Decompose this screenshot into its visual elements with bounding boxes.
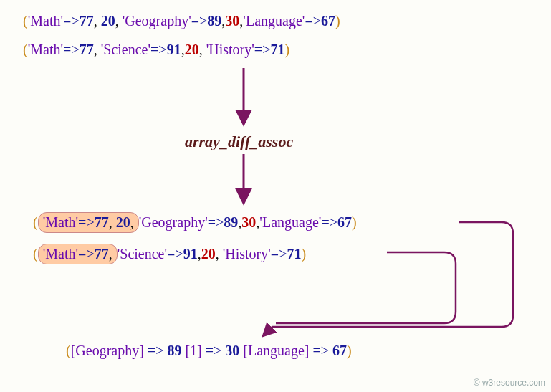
assoc-op: => bbox=[78, 214, 95, 230]
input-array-2: ('Math'=>77, 'Science'=>91,20, 'History'… bbox=[23, 42, 289, 58]
result-val-89: 89 bbox=[167, 343, 181, 358]
comma: , bbox=[115, 13, 123, 29]
connector-line-icon bbox=[264, 222, 513, 335]
input-array-1: ('Math'=>77, 20, 'Geography'=>89,30,'Lan… bbox=[23, 13, 340, 29]
key-math: 'Math' bbox=[43, 214, 78, 230]
assoc-op: => bbox=[150, 42, 167, 57]
paren-close: ) bbox=[347, 343, 352, 358]
comma: , bbox=[130, 214, 134, 230]
paren-close: ) bbox=[352, 214, 357, 230]
assoc-op: => bbox=[305, 13, 321, 29]
result-array: ([Geography] => 89 [1] => 30 [Language] … bbox=[66, 343, 352, 359]
paren-open: ( bbox=[66, 343, 71, 358]
assoc-op: => bbox=[309, 343, 332, 358]
comma: , bbox=[94, 42, 101, 57]
val-77: 77 bbox=[80, 13, 94, 29]
comma: , bbox=[109, 246, 112, 262]
val-67: 67 bbox=[337, 214, 352, 230]
val-91: 91 bbox=[183, 246, 198, 262]
flow-arrows bbox=[0, 0, 551, 392]
result-key-1: [1] bbox=[185, 343, 201, 358]
highlight-matched-1: 'Math'=>77, 20, bbox=[38, 212, 139, 233]
key-math: 'Math' bbox=[28, 13, 63, 29]
paren-open: ( bbox=[23, 13, 28, 29]
val-91: 91 bbox=[167, 42, 181, 57]
key-math: 'Math' bbox=[28, 42, 63, 57]
key-geography: 'Geography' bbox=[139, 214, 208, 230]
val-71: 71 bbox=[287, 246, 301, 262]
assoc-op: => bbox=[191, 13, 208, 29]
assoc-op: => bbox=[167, 246, 183, 262]
assoc-op: => bbox=[254, 42, 271, 57]
val-67: 67 bbox=[321, 13, 335, 29]
result-key-geography: [Geography] bbox=[71, 343, 144, 358]
highlight-matched-2: 'Math'=>77, bbox=[38, 244, 118, 264]
paren-open: ( bbox=[23, 42, 28, 57]
key-history: 'History' bbox=[206, 42, 254, 57]
key-history: 'History' bbox=[223, 246, 271, 262]
assoc-op: => bbox=[321, 214, 337, 230]
comma: , bbox=[109, 214, 116, 230]
val-20: 20 bbox=[185, 42, 199, 57]
step-array-1: ('Math'=>77, 20,'Geography'=>89,30,'Lang… bbox=[33, 212, 357, 233]
step-array-2: ('Math'=>77,'Science'=>91,20, 'History'=… bbox=[33, 244, 306, 264]
assoc-op: => bbox=[63, 42, 80, 57]
comma: , bbox=[94, 13, 101, 29]
paren-close: ) bbox=[335, 13, 340, 29]
val-71: 71 bbox=[270, 42, 284, 57]
result-val-67: 67 bbox=[332, 343, 347, 358]
paren-close: ) bbox=[301, 246, 306, 262]
val-89: 89 bbox=[207, 13, 221, 29]
assoc-op: => bbox=[144, 343, 168, 358]
val-30: 30 bbox=[225, 13, 239, 29]
function-label: array_diff_assoc bbox=[185, 133, 293, 151]
assoc-op: => bbox=[63, 13, 80, 29]
val-89: 89 bbox=[224, 214, 238, 230]
val-20: 20 bbox=[101, 13, 115, 29]
key-science: 'Science' bbox=[101, 42, 150, 57]
assoc-op: => bbox=[208, 214, 224, 230]
result-key-language: [Language] bbox=[243, 343, 309, 358]
paren-open: ( bbox=[33, 246, 38, 262]
assoc-op: => bbox=[78, 246, 95, 262]
paren-close: ) bbox=[284, 42, 289, 57]
key-geography: 'Geography' bbox=[123, 13, 191, 29]
val-20: 20 bbox=[116, 214, 130, 230]
assoc-op: => bbox=[202, 343, 226, 358]
result-val-30: 30 bbox=[225, 343, 239, 358]
watermark: © w3resource.com bbox=[474, 378, 545, 388]
key-language: 'Language' bbox=[259, 214, 321, 230]
val-77: 77 bbox=[80, 42, 94, 57]
comma: , bbox=[216, 246, 223, 262]
val-20: 20 bbox=[201, 246, 216, 262]
key-math: 'Math' bbox=[43, 246, 78, 262]
key-language: 'Language' bbox=[243, 13, 305, 29]
assoc-op: => bbox=[271, 246, 287, 262]
val-77: 77 bbox=[95, 214, 109, 230]
val-77: 77 bbox=[95, 246, 109, 262]
comma: , bbox=[199, 42, 206, 57]
key-science: 'Science' bbox=[118, 246, 167, 262]
val-30: 30 bbox=[241, 214, 256, 230]
paren-open: ( bbox=[33, 214, 38, 230]
